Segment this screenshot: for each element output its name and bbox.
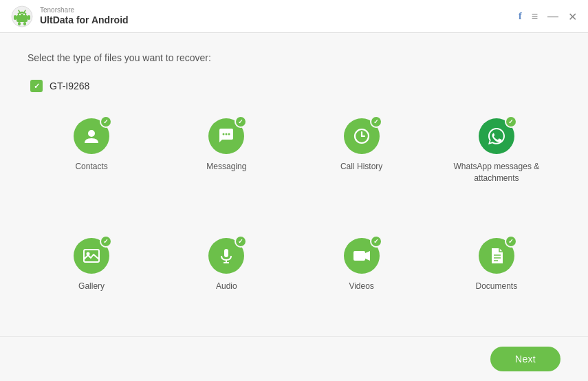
whatsapp-icon-wrapper bbox=[477, 117, 516, 155]
audio-icon bbox=[217, 246, 236, 265]
contacts-label: Contacts bbox=[75, 161, 107, 173]
audio-check bbox=[235, 235, 247, 248]
videos-icon-wrapper bbox=[342, 237, 381, 275]
device-row: GT-I9268 bbox=[30, 80, 560, 92]
app-logo-icon bbox=[11, 6, 33, 28]
menu-icon[interactable]: ≡ bbox=[532, 10, 538, 23]
device-checkbox[interactable] bbox=[30, 80, 43, 92]
page-instruction: Select the type of files you want to rec… bbox=[28, 52, 560, 63]
whatsapp-check bbox=[505, 116, 517, 128]
messaging-check bbox=[235, 116, 247, 128]
documents-label: Documents bbox=[476, 281, 518, 292]
messaging-label: Messaging bbox=[206, 161, 246, 173]
next-button[interactable]: Next bbox=[490, 347, 560, 371]
device-label: GT-I9268 bbox=[50, 80, 89, 91]
contacts-icon bbox=[82, 127, 101, 146]
svg-rect-20 bbox=[224, 249, 228, 257]
svg-point-13 bbox=[226, 133, 228, 135]
documents-check bbox=[505, 235, 517, 248]
videos-label: Videos bbox=[349, 281, 373, 292]
file-type-documents[interactable]: Documents bbox=[433, 228, 560, 323]
svg-point-19 bbox=[87, 252, 90, 255]
videos-icon bbox=[352, 246, 371, 265]
svg-rect-8 bbox=[28, 15, 30, 20]
call-history-label: Call History bbox=[340, 161, 382, 173]
messaging-icon-wrapper bbox=[207, 117, 246, 155]
bottom-bar: Next bbox=[0, 336, 588, 381]
file-types-grid: Contacts Messaging bbox=[28, 109, 560, 323]
svg-point-4 bbox=[23, 13, 25, 14]
whatsapp-icon bbox=[486, 126, 507, 146]
svg-rect-2 bbox=[18, 14, 26, 19]
svg-rect-23 bbox=[353, 251, 365, 261]
svg-point-14 bbox=[228, 133, 230, 135]
app-title-text: Tenorshare UltData for Android bbox=[40, 6, 129, 26]
facebook-icon[interactable]: f bbox=[519, 11, 522, 22]
close-icon[interactable]: ✕ bbox=[568, 10, 577, 23]
svg-marker-24 bbox=[365, 251, 370, 261]
gallery-label: Gallery bbox=[78, 281, 105, 292]
audio-icon-wrapper bbox=[207, 237, 246, 275]
app-name: UltData for Android bbox=[40, 14, 129, 26]
call-history-icon-wrapper bbox=[342, 117, 381, 155]
svg-rect-10 bbox=[23, 22, 26, 25]
file-type-call-history[interactable]: Call History bbox=[298, 109, 426, 215]
file-type-gallery[interactable]: Gallery bbox=[28, 228, 155, 323]
window-controls: f ≡ — ✕ bbox=[519, 10, 577, 23]
svg-point-11 bbox=[88, 130, 95, 137]
file-type-contacts[interactable]: Contacts bbox=[28, 109, 155, 215]
videos-check bbox=[370, 235, 382, 248]
company-name: Tenorshare bbox=[40, 6, 129, 14]
svg-rect-18 bbox=[84, 250, 99, 262]
messaging-icon bbox=[217, 127, 236, 146]
gallery-icon-wrapper bbox=[72, 237, 111, 275]
svg-rect-9 bbox=[18, 22, 21, 25]
app-logo: Tenorshare UltData for Android bbox=[11, 6, 129, 28]
file-type-messaging[interactable]: Messaging bbox=[162, 109, 290, 215]
documents-icon-wrapper bbox=[477, 237, 516, 275]
main-content: Select the type of files you want to rec… bbox=[0, 33, 588, 336]
title-bar: Tenorshare UltData for Android f ≡ — ✕ bbox=[0, 0, 588, 33]
gallery-icon bbox=[82, 246, 101, 265]
svg-point-3 bbox=[19, 13, 21, 14]
whatsapp-label: WhatsApp messages & attachments bbox=[438, 161, 555, 184]
call-history-check bbox=[370, 116, 382, 128]
svg-rect-7 bbox=[14, 15, 17, 20]
file-type-videos[interactable]: Videos bbox=[298, 228, 426, 323]
svg-point-12 bbox=[223, 133, 225, 135]
minimize-icon[interactable]: — bbox=[547, 10, 558, 23]
contacts-check bbox=[100, 116, 112, 128]
file-type-whatsapp[interactable]: WhatsApp messages & attachments bbox=[433, 109, 560, 215]
gallery-check bbox=[100, 235, 112, 248]
documents-icon bbox=[487, 246, 506, 265]
call-history-icon bbox=[352, 127, 371, 146]
audio-label: Audio bbox=[216, 281, 237, 292]
contacts-icon-wrapper bbox=[72, 117, 111, 155]
file-type-audio[interactable]: Audio bbox=[162, 228, 290, 323]
